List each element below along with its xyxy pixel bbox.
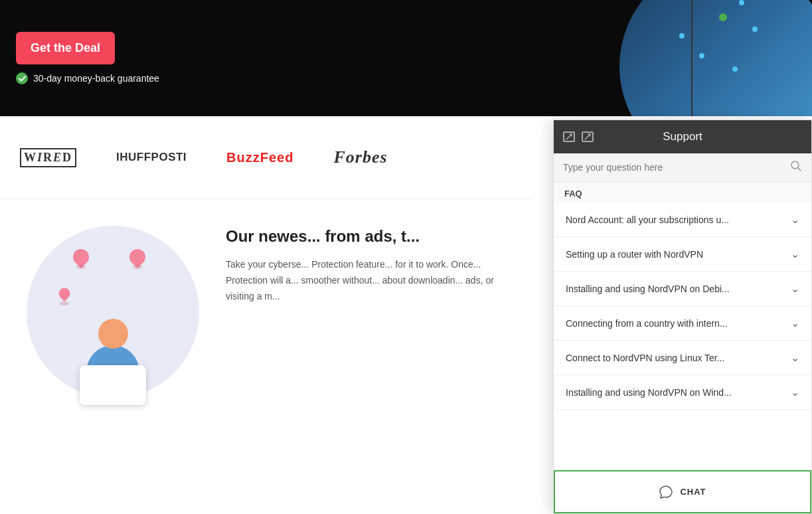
map-dot-1 <box>679 33 685 39</box>
faq-item-text: Installing and using NordVPN on Debi... <box>566 284 784 294</box>
buzzfeed-logo: BuzzFeed <box>226 150 293 165</box>
drop-pin-left-top <box>73 249 89 269</box>
huffpost-logo: IHUFFPOSTI <box>116 151 187 164</box>
support-panel: Support FAQ Nord Account: all your subsc… <box>553 120 812 514</box>
map-divider <box>691 0 692 116</box>
svg-point-0 <box>791 161 799 169</box>
map-dot-3 <box>752 27 758 32</box>
check-icon <box>16 72 28 84</box>
chevron-down-icon: ⌄ <box>791 248 799 260</box>
get-deal-button[interactable]: Get the Deal <box>16 32 115 64</box>
chevron-down-icon: ⌄ <box>791 282 799 295</box>
drop-pin-left-mid <box>56 286 72 305</box>
chat-label: CHAT <box>680 487 706 497</box>
chevron-down-icon: ⌄ <box>791 386 799 398</box>
forbes-logo: Forbes <box>333 147 387 167</box>
chevron-down-icon: ⌄ <box>791 213 799 226</box>
main-text-content: Our newes... from ads, t... Take your cy… <box>226 219 511 305</box>
person-illustration <box>86 319 139 405</box>
chevron-down-icon: ⌄ <box>791 317 799 329</box>
faq-item[interactable]: Connecting from a country with intern...… <box>554 306 811 341</box>
content-section: Our newes... from ads, t... Take your cy… <box>0 199 531 514</box>
map-dot-2 <box>699 53 704 58</box>
faq-item-text: Nord Account: all your subscriptions u..… <box>566 214 784 225</box>
faq-item-text: Installing and using NordVPN on Wind... <box>566 387 784 398</box>
faq-item[interactable]: Nord Account: all your subscriptions u..… <box>554 203 811 237</box>
chevron-down-icon: ⌄ <box>791 351 799 364</box>
map-area <box>493 0 812 116</box>
media-logos-section: WIRED IHUFFPOSTI BuzzFeed Forbes <box>0 116 531 199</box>
expand-icon[interactable] <box>563 131 575 142</box>
content-body: Take your cyberse... Protection feature.… <box>226 257 511 304</box>
external-link-icon[interactable] <box>582 131 594 142</box>
guarantee-text: 30-day money-back guarantee <box>33 73 159 84</box>
map-dot-5 <box>732 66 738 72</box>
faq-item-text: Connecting from a country with intern... <box>566 318 784 329</box>
faq-item[interactable]: Connect to NordVPN using Linux Ter... ⌄ <box>554 341 811 375</box>
faq-item[interactable]: Setting up a router with NordVPN ⌄ <box>554 237 811 272</box>
faq-item-text: Setting up a router with NordVPN <box>566 249 784 260</box>
faq-item[interactable]: Installing and using NordVPN on Wind... … <box>554 375 811 410</box>
search-area <box>554 153 811 182</box>
support-search-input[interactable] <box>563 162 790 173</box>
wired-logo: WIRED <box>20 148 76 167</box>
support-header-icons <box>563 131 594 142</box>
chat-bubble-icon <box>659 485 673 499</box>
drop-pin-right-top <box>129 249 145 269</box>
faq-label: FAQ <box>554 182 811 203</box>
map-dot-green <box>719 13 727 21</box>
search-icon <box>790 160 802 175</box>
chat-footer[interactable]: CHAT <box>554 470 811 513</box>
faq-item[interactable]: Installing and using NordVPN on Debi... … <box>554 272 811 306</box>
map-dot-4 <box>739 0 744 5</box>
guarantee-row: 30-day money-back guarantee <box>16 72 159 84</box>
person-head <box>98 319 128 349</box>
person-laptop <box>80 365 146 405</box>
person-body <box>86 345 139 405</box>
support-title: Support <box>663 130 702 143</box>
support-header: Support <box>554 120 811 153</box>
faq-item-text: Connect to NordVPN using Linux Ter... <box>566 353 784 363</box>
map-circle <box>619 0 812 116</box>
illustration <box>20 219 206 418</box>
content-heading: Our newes... from ads, t... <box>226 226 511 246</box>
faq-list: Nord Account: all your subscriptions u..… <box>554 203 811 470</box>
